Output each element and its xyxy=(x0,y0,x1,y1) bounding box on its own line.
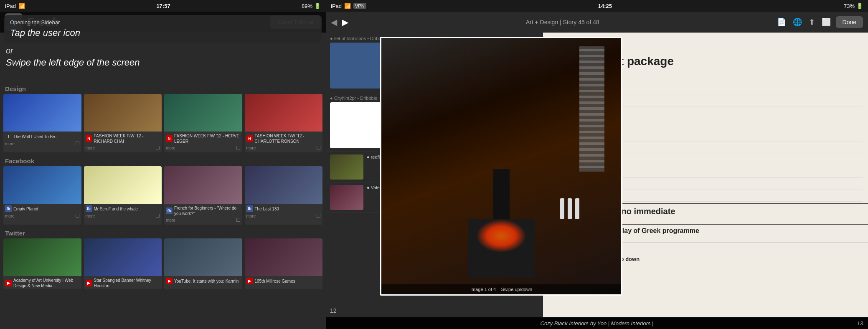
card-millrose-thumb xyxy=(245,238,323,276)
twitter-card-grid: ▶ Academy of Art University I Web Design… xyxy=(3,238,322,289)
swipe-hint-label: Swipe up/down xyxy=(501,287,532,292)
close-tutorial-button[interactable]: Close Tutorial xyxy=(270,15,321,29)
image-caption-overlay: Image 1 of 4 Swipe up/down xyxy=(381,284,621,294)
left-wifi-icon: 📶 xyxy=(18,3,25,9)
card-wolf-source: f xyxy=(5,133,12,140)
card-french-bookmark[interactable]: ☐ xyxy=(236,217,241,223)
stove-body xyxy=(468,219,535,278)
card-academy-thumb xyxy=(3,238,81,276)
card-youtube-karmin-title: YouTube. It starts with you: Karmin xyxy=(174,278,241,284)
left-top-bar: 👤 Fresh Close Tutorial xyxy=(0,12,326,33)
card-fashion2[interactable]: N FASHION WEEK F/W '12 - HERVE LEGER mor… xyxy=(164,94,242,152)
save-icon[interactable]: 📄 xyxy=(777,18,786,27)
right-panel: iPad 📶 VPN 14:25 73% 🔋 ◀ ▶ Art + Design … xyxy=(326,0,868,329)
card-fashion3-thumb xyxy=(245,94,323,132)
card-youtube-karmin-thumb xyxy=(164,238,242,276)
card-french-title: French for Beginners - "Where do you wor… xyxy=(174,205,241,216)
card-last-130[interactable]: fb The Last 130 more ☐ xyxy=(245,166,323,225)
card-empty-planet[interactable]: fb Empty Planet more ☐ xyxy=(3,166,81,225)
card-millrose-source: ▶ xyxy=(246,278,253,284)
card-fashion3-more[interactable]: more xyxy=(246,146,256,150)
left-battery-label: 89% xyxy=(302,3,312,9)
right-top-bar: ◀ ▶ Art + Design | Story 45 of 48 📄 🌐 ⬆ … xyxy=(326,12,868,33)
card-french[interactable]: fb French for Beginners - "Where do you … xyxy=(164,166,242,225)
caption-text: Cozy Black Interiors by Yoo | Modern Int… xyxy=(541,320,654,326)
card-fashion1[interactable]: N FASHION WEEK F/W '12 - RICHARD CHAI mo… xyxy=(84,94,162,152)
page-num-left: 12 xyxy=(330,307,337,314)
left-status-bar: iPad 📶 17:57 89% 🔋 xyxy=(0,0,326,12)
card-mr-scruff-thumb xyxy=(84,166,162,204)
left-panel: iPad 📶 17:57 89% 🔋 👤 Fresh Close Tutoria… xyxy=(0,0,326,329)
right-device-label: iPad xyxy=(331,3,342,9)
done-button[interactable]: Done xyxy=(836,16,863,28)
card-fashion2-more[interactable]: more xyxy=(166,146,175,150)
card-last-130-title: The Last 130 xyxy=(255,206,321,212)
bottom-caption-bar: Cozy Black Interiors by Yoo | Modern Int… xyxy=(326,317,868,329)
card-mr-scruff-source: fb xyxy=(86,205,92,212)
card-empty-planet-title: Empty Planet xyxy=(13,206,80,212)
card-fashion1-thumb xyxy=(84,94,162,132)
card-french-more[interactable]: more xyxy=(166,218,175,223)
page-num-right: 13 xyxy=(857,320,863,326)
card-youtube-karmin[interactable]: ▶ YouTube. It starts with you: Karmin xyxy=(164,238,242,289)
candle-3 xyxy=(575,198,579,219)
card-empty-planet-thumb xyxy=(3,166,81,204)
avatar[interactable]: 👤 xyxy=(5,13,23,31)
card-empty-planet-source: fb xyxy=(5,205,12,212)
globe-icon[interactable]: 🌐 xyxy=(793,18,802,27)
card-star-spangled[interactable]: ▶ Star Spangled Banner Whitney Houston xyxy=(84,238,162,289)
right-time: 14:25 xyxy=(598,3,612,9)
card-millrose[interactable]: ▶ 105th Millrose Games xyxy=(245,238,323,289)
app-title: Fresh xyxy=(27,15,266,29)
card-mr-scruff-title: Mr Scruff and the whale xyxy=(94,206,160,212)
card-french-thumb xyxy=(164,166,242,204)
card-wolf-more[interactable]: more xyxy=(5,142,15,146)
card-last-130-thumb xyxy=(245,166,323,204)
card-last-130-more[interactable]: more xyxy=(246,214,256,218)
next-story-button[interactable]: ▶ xyxy=(342,17,348,27)
card-empty-planet-more[interactable]: more xyxy=(5,214,15,218)
card-academy[interactable]: ▶ Academy of Art University I Web Design… xyxy=(3,238,81,289)
left-device-label: iPad xyxy=(5,3,16,9)
card-fashion3-source: N xyxy=(246,135,253,142)
card-last-130-bookmark[interactable]: ☐ xyxy=(316,213,321,219)
facebook-card-grid: fb Empty Planet more ☐ fb Mr Scruff and … xyxy=(3,166,322,225)
image-count-label: Image 1 of 4 xyxy=(470,287,496,292)
card-academy-title: Academy of Art University I Web Design &… xyxy=(13,278,80,289)
card-wolf-thumb xyxy=(3,94,81,132)
card-fashion2-bookmark[interactable]: ☐ xyxy=(236,145,241,151)
card-fashion3-bookmark[interactable]: ☐ xyxy=(316,145,321,151)
card-last-130-source: fb xyxy=(246,205,253,212)
section-facebook-label: Facebook xyxy=(3,155,322,166)
right-battery-label: 73% xyxy=(844,3,855,9)
design-card-grid: f The Wolf I Used To Be... more ☐ N FASH… xyxy=(3,94,322,152)
right-battery-icon: 🔋 xyxy=(856,3,863,9)
card-fashion1-bookmark[interactable]: ☐ xyxy=(155,145,160,151)
card-wolf[interactable]: f The Wolf I Used To Be... more ☐ xyxy=(3,94,81,152)
prev-story-button[interactable]: ◀ xyxy=(331,17,337,27)
center-image-overlay: Image 1 of 4 Swipe up/down xyxy=(380,37,622,296)
section-twitter-label: Twitter xyxy=(3,227,322,238)
card-fashion1-more[interactable]: more xyxy=(86,146,95,150)
fireplace-image xyxy=(381,38,621,294)
left-battery-icon: 🔋 xyxy=(314,3,321,9)
card-wolf-bookmark[interactable]: ☐ xyxy=(75,141,80,147)
card-fashion3[interactable]: N FASHION WEEK F/W '12 - CHARLOTTE RONSO… xyxy=(245,94,323,152)
card-empty-planet-bookmark[interactable]: ☐ xyxy=(75,213,80,219)
stove-pipe xyxy=(493,169,510,219)
card-star-spangled-source: ▶ xyxy=(86,280,92,286)
share-icon[interactable]: ⬆ xyxy=(809,18,815,27)
card-fashion2-title: FASHION WEEK F/W '12 - HERVE LEGER xyxy=(174,133,241,144)
valentine-thumb xyxy=(330,185,363,210)
left-content-area: Design f The Wolf I Used To Be... more ☐… xyxy=(0,33,326,329)
card-mr-scruff-more[interactable]: more xyxy=(86,214,95,218)
section-design-label: Design xyxy=(3,83,322,94)
right-main: ● set of tool icons • Dribbble · Popular… xyxy=(326,33,868,317)
card-fashion2-thumb xyxy=(164,94,242,132)
card-fashion2-source: N xyxy=(166,135,173,142)
card-mr-scruff[interactable]: fb Mr Scruff and the whale more ☐ xyxy=(84,166,162,225)
card-academy-source: ▶ xyxy=(5,280,12,286)
export-icon[interactable]: ⬜ xyxy=(822,18,831,27)
card-mr-scruff-bookmark[interactable]: ☐ xyxy=(155,213,160,219)
card-youtube-karmin-source: ▶ xyxy=(166,278,173,284)
